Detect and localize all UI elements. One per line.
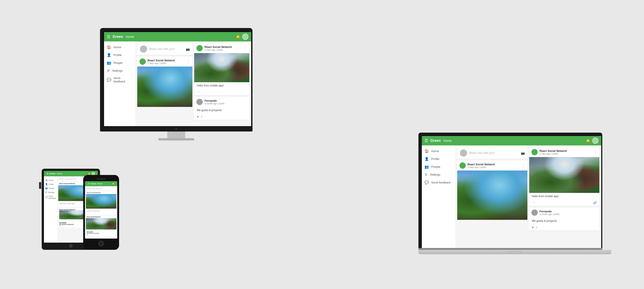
post-text-3-laptop: Me gusta el proyecto [529, 218, 600, 224]
post-time-1: 2 days ago | public [148, 62, 186, 64]
post-more-1[interactable]: ⋮ [186, 60, 190, 64]
post-more-1-laptop[interactable]: ⋮ [522, 164, 525, 168]
settings-icon: ⚙ [107, 68, 110, 73]
post-time-3: a month ago | public [204, 102, 247, 105]
post-author-3: Fernando [204, 99, 247, 102]
sidebar-item-feedback-tablet[interactable]: 💬 Send feedback [44, 194, 58, 200]
profile-icon-laptop: 👤 [424, 157, 429, 161]
post-avatar-1-laptop [460, 162, 466, 169]
post-card-3-desktop: Fernando a month ago | public Me gusta e… [194, 97, 249, 120]
monitor-stand-top [167, 131, 185, 138]
home-icon-laptop: 🏠 [424, 149, 429, 153]
laptop-toolbar: ☰ Green Home 🔔 [422, 136, 601, 145]
compose-input-desktop[interactable]: What's new with you? [149, 47, 184, 51]
camera-icon-laptop[interactable]: 📷 [521, 151, 525, 155]
post-card-2-laptop: React Social Network 2 days ago | public… [529, 147, 600, 206]
post-time-3-laptop: a month ago | public [540, 213, 597, 216]
sidebar-item-settings-laptop[interactable]: ⚙ Settings [422, 171, 456, 179]
post-image-2 [194, 53, 249, 82]
post-more-2[interactable]: ⋮ [244, 46, 247, 50]
sidebar-item-home-laptop[interactable]: 🏠 Home [422, 147, 456, 155]
compose-input-laptop[interactable]: What's new with you? [469, 151, 519, 155]
post-text-2-laptop: Hello from mobile app! [529, 193, 600, 200]
share-icon-2-laptop[interactable]: 🔗 [593, 201, 597, 205]
settings-icon-laptop: ⚙ [424, 173, 428, 177]
sidebar-item-profile-laptop[interactable]: 👤 Profile [422, 155, 456, 163]
menu-icon-laptop[interactable]: ☰ [424, 138, 428, 143]
sidebar-item-people-desktop[interactable]: 👥 People [104, 59, 136, 67]
right-column-desktop: React Social Network 2 days ago | public… [194, 43, 249, 124]
post-time-1-laptop: 2 days ago | public [468, 166, 522, 168]
feedback-icon-laptop: 💬 [424, 180, 429, 185]
sidebar-item-feedback-laptop[interactable]: 💬 Send feedback [422, 179, 456, 186]
laptop: ☰ Green Home 🔔 🏠 [418, 133, 611, 254]
liked-icon-3[interactable]: ♥ [197, 115, 199, 118]
post-author-1-laptop: React Social Network [468, 163, 522, 166]
main-content-desktop: What's new with you? 📷 React So [136, 41, 251, 126]
sidebar-item-feedback-desktop[interactable]: 💬 Send feedback [104, 75, 136, 85]
sidebar-item-home-desktop[interactable]: 🏠 Home [104, 43, 136, 51]
bell-icon-desktop[interactable]: 🔔 [236, 35, 240, 39]
post-more-2-laptop[interactable]: ⋮ [594, 150, 597, 154]
bell-icon-laptop[interactable]: 🔔 [586, 139, 590, 143]
post-phone-4: Fernando Me gusta el proyecto ♥ [86, 230, 116, 237]
compose-phone[interactable]: What's new with you? [86, 187, 116, 190]
post-avatar-3-laptop [532, 210, 538, 216]
tablet-home-btn[interactable] [69, 244, 73, 248]
liked-icon-3-laptop[interactable]: ♥ [532, 226, 534, 229]
compose-avatar-laptop [460, 149, 467, 157]
post-avatar-2-laptop [532, 149, 538, 155]
post-author-1: React Social Network [148, 59, 186, 62]
sidebar-item-settings-tablet[interactable]: ⚙ Settings [44, 190, 58, 194]
post-time-2-laptop: 2 days ago | public [540, 153, 594, 155]
profile-icon: 👤 [107, 53, 111, 57]
left-column-desktop: What's new with you? 📷 React So [137, 43, 192, 124]
post-card-2-desktop: React Social Network 2 days ago | public… [194, 43, 249, 95]
camera-icon-desktop[interactable]: 📷 [186, 47, 190, 51]
toolbar-home-desktop: Home [126, 35, 236, 38]
avatar-desktop[interactable] [242, 34, 248, 40]
sidebar-item-profile-desktop[interactable]: 👤 Profile [104, 51, 136, 59]
phone: ☰ Green Home 🔔 What's new with you? Reac… [83, 175, 119, 250]
sidebar-item-settings-desktop[interactable]: ⚙ Settings [104, 67, 136, 75]
feedback-icon: 💬 [107, 78, 111, 82]
post-card-3-laptop: Fernando a month ago | public Me gusta e… [529, 208, 600, 231]
phone-speaker [97, 179, 106, 179]
laptop-trackpad[interactable] [508, 251, 522, 253]
like-count-3: 1 [201, 115, 202, 118]
monitor-stand-base [158, 138, 194, 140]
compose-avatar-desktop [140, 45, 147, 53]
people-icon-laptop: 👥 [424, 165, 429, 169]
post-phone-1: React Social Network [86, 191, 116, 209]
compose-box-laptop: What's new with you? 📷 [457, 147, 528, 159]
sidebar-desktop: 🏠 Home 👤 Profile 👥 People [104, 41, 136, 126]
people-icon: 👥 [107, 61, 111, 65]
like-count-3-laptop: 1 [536, 226, 537, 229]
sidebar-item-profile-tablet[interactable]: 👤 Profile [44, 182, 58, 186]
post-author-2-laptop: React Social Network [540, 149, 594, 153]
post-time-2: 2 days ago | public [204, 49, 244, 51]
sidebar-item-people-laptop[interactable]: 👥 People [422, 163, 456, 171]
sidebar-item-home-tablet[interactable]: 🏠 Home [44, 178, 58, 182]
main-content-laptop: What's new with you? 📷 React Social Netw… [456, 145, 601, 248]
toolbar-home-laptop: Home [443, 139, 586, 142]
post-phone-3: React Social Network [86, 216, 116, 229]
scene: ☰ Green Home 🔔 [30, 21, 614, 268]
post-avatar-2 [196, 45, 203, 51]
sidebar-laptop: 🏠 Home 👤 Profile 👥 People [422, 145, 456, 248]
laptop-base [418, 250, 611, 254]
phone-home-btn[interactable] [98, 241, 104, 246]
phone-toolbar: ☰ Green Home 🔔 [85, 181, 117, 186]
sidebar-item-people-tablet[interactable]: 👥 People [44, 186, 58, 190]
monitor-camera-dot [175, 128, 177, 130]
left-column-laptop: What's new with you? 📷 React Social Netw… [457, 147, 528, 246]
post-avatar-3 [196, 99, 203, 105]
avatar-laptop[interactable] [592, 138, 598, 144]
post-text-2: Hello from mobile app! [194, 82, 249, 89]
post-phone-2: Hello from mobile app! ♡ [86, 210, 116, 215]
post-author-3-laptop: Fernando [540, 210, 597, 213]
post-text-3: Me gusta el proyecto [194, 107, 249, 114]
menu-icon-desktop[interactable]: ☰ [107, 34, 110, 39]
like-icon-2-laptop[interactable]: ♡ [532, 201, 535, 205]
like-icon-2[interactable]: ♡ [197, 90, 200, 94]
